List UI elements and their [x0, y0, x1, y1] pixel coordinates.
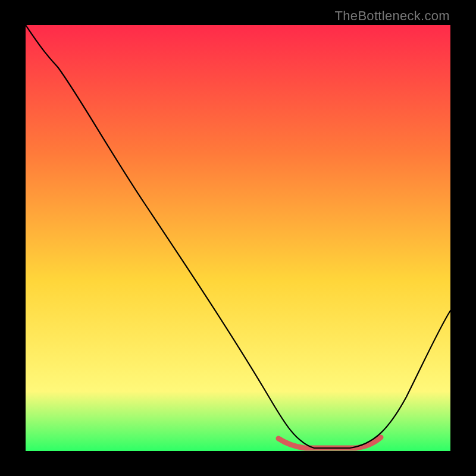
- watermark-text: TheBottleneck.com: [335, 8, 450, 24]
- plot-svg: [26, 25, 450, 451]
- plot-area: [26, 25, 450, 451]
- gradient-background: [26, 25, 450, 451]
- chart-frame: TheBottleneck.com: [0, 0, 476, 476]
